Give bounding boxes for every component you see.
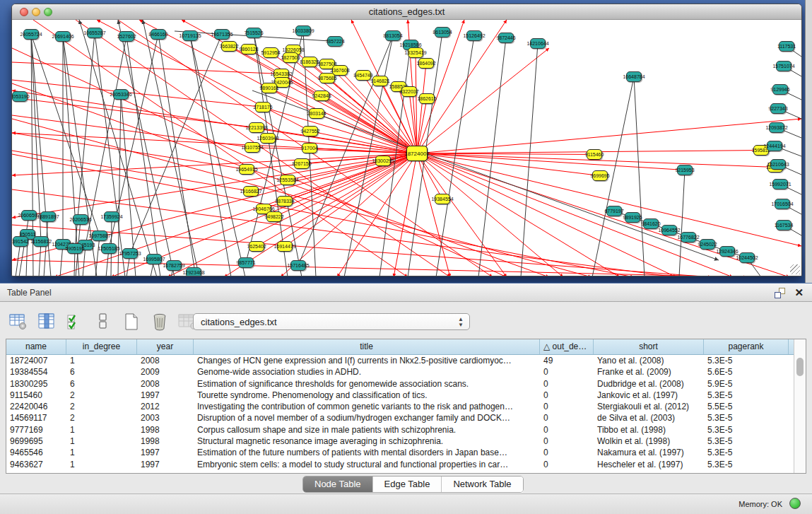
graph-edge[interactable] [417,153,685,170]
graph-node[interactable]: 9860128 [241,44,257,54]
graph-node-hub[interactable]: 18724007 [406,146,428,161]
graph-node[interactable]: 10655287 [87,28,102,38]
tab-network-table[interactable]: Network Table [442,477,522,492]
graph-node[interactable]: 12553584 [280,175,295,185]
graph-node[interactable]: 9227343 [770,103,786,114]
graph-node[interactable]: 9875685 [319,73,335,83]
graph-node[interactable]: 5912954 [263,47,278,58]
network-view-window[interactable]: citations_edges.txt 18724007240557 [11,4,802,276]
graph-node[interactable]: 9872446 [498,33,514,43]
graph-edge[interactable] [417,48,549,153]
graph-node[interactable]: 16033809 [295,25,311,36]
graph-edge[interactable] [12,133,247,170]
graph-node[interactable]: 9129946 [772,84,788,95]
column-header-name[interactable]: name [6,339,66,354]
graph-edge[interactable] [95,236,100,276]
graph-node[interactable]: 16776822 [681,232,696,243]
graph-edge[interactable] [417,119,801,153]
graph-node[interactable]: 12505185 [101,243,117,254]
graph-node[interactable]: 20606592 [21,210,37,221]
graph-node[interactable]: 8878334 [277,196,293,206]
graph-node[interactable]: 9115460 [587,149,602,160]
table-row[interactable]: 1456911722003Disruption of a novel membe… [6,412,794,424]
table-row[interactable]: 969969511998Structural magnetic resonanc… [6,436,794,447]
scrollbar-thumb[interactable] [796,358,804,376]
graph-node[interactable]: 15716485 [290,260,306,271]
graph-node[interactable]: 13325419 [408,47,423,58]
graph-node[interactable]: 9427552 [302,126,318,136]
table-column-icon[interactable] [37,312,57,332]
graph-node[interactable]: 14671355 [214,29,230,40]
graph-node[interactable]: 9699695 [592,170,608,181]
column-header-year[interactable]: year [137,339,194,354]
graph-node[interactable]: 8322037 [401,86,417,97]
graph-node[interactable]: 12603948 [260,133,276,144]
table-row[interactable]: 1830029562008Estimation of significance … [6,378,794,390]
table-scrollbar[interactable] [794,339,806,473]
graph-node[interactable]: 2053190 [12,91,28,102]
graph-node[interactable]: 10244502 [739,252,755,263]
graph-node[interactable]: 8813054 [385,30,401,41]
graph-edge[interactable] [634,77,645,276]
graph-node[interactable]: 7515526 [246,28,261,38]
graph-node[interactable]: 16782759 [166,260,182,271]
graph-node[interactable]: 16914479 [277,241,293,252]
graph-node[interactable]: 391542 [13,236,28,247]
graph-node[interactable]: 8186328 [302,57,317,67]
graph-node[interactable]: 9242848 [314,90,329,101]
graph-node[interactable]: 8613054 [435,27,450,37]
graph-node[interactable]: 12213398 [249,122,264,133]
table-row[interactable]: 946554611997Estimation of the future num… [6,447,794,458]
graph-node[interactable]: 9891926 [625,212,640,223]
graph-node[interactable]: 8454749 [355,70,371,81]
graph-node[interactable]: 19654915 [239,164,254,175]
tab-node-table[interactable]: Node Table [303,477,373,492]
graph-edge[interactable] [12,62,281,74]
table-select-dropdown[interactable]: citations_edges.txt ▲▼ [193,313,470,330]
graph-edge[interactable] [12,115,252,148]
close-panel-icon[interactable]: ✕ [794,286,804,299]
graph-node[interactable]: 17957253 [122,248,138,259]
graph-node[interactable]: 1117531 [779,41,794,52]
graph-node[interactable]: 9245022 [700,239,715,250]
graph-node[interactable]: 1827503 [283,52,298,63]
graph-node[interactable]: 16995807 [146,254,162,264]
graph-node[interactable]: 1862615 [419,93,435,104]
graph-node[interactable]: 11156812 [33,236,49,247]
graph-node[interactable]: 10975887 [92,230,107,241]
graph-edge[interactable] [12,260,747,276]
graph-node[interactable]: 917004 [302,143,317,153]
graph-node[interactable]: 19166827 [243,186,259,197]
graph-node[interactable]: 18107554 [245,142,260,153]
graph-node[interactable]: 12924346 [719,246,735,257]
tab-edge-table[interactable]: Edge Table [373,477,442,492]
table-row[interactable]: 911546021997Tourette syndrome. Phenomeno… [6,390,794,401]
new-table-icon[interactable] [122,312,141,332]
graph-node[interactable]: 18891897 [40,211,56,222]
graph-node[interactable]: 23053346 [113,89,129,100]
graph-node[interactable]: 16210643 [770,159,786,170]
graph-node[interactable]: 10719135 [182,30,198,41]
column-header-in_degree[interactable]: in_degree [66,339,137,354]
graph-node[interactable]: 8466160 [151,29,166,40]
graph-node[interactable]: 2803144 [309,108,324,119]
select-rows-icon[interactable] [65,312,85,332]
table-row[interactable]: 1872400712008Changes of HCN gene express… [6,355,794,366]
column-header-pagerank[interactable]: pagerank [704,339,789,354]
column-header-short[interactable]: short [594,339,704,354]
table-settings-icon[interactable] [8,312,28,332]
graph-node[interactable]: 1527602 [119,31,134,42]
graph-node[interactable]: 20691406 [55,31,71,42]
graph-node[interactable]: 12093872 [769,122,784,133]
memory-status-icon[interactable] [789,498,801,509]
window-resize-grip[interactable] [790,264,800,274]
graph-node[interactable]: 19384554 [435,194,450,204]
delete-trash-icon[interactable] [150,312,170,332]
graph-node[interactable]: 17016504 [775,199,790,209]
table-row[interactable]: 977716911998Corpus callosum shape and si… [6,424,794,436]
graph-edge[interactable] [12,119,592,276]
graph-node[interactable]: 12923468 [186,267,201,276]
graph-node[interactable]: 7625402 [249,241,264,252]
graph-node[interactable]: 9146821 [372,76,388,86]
graph-node[interactable]: 1167534 [776,220,792,230]
